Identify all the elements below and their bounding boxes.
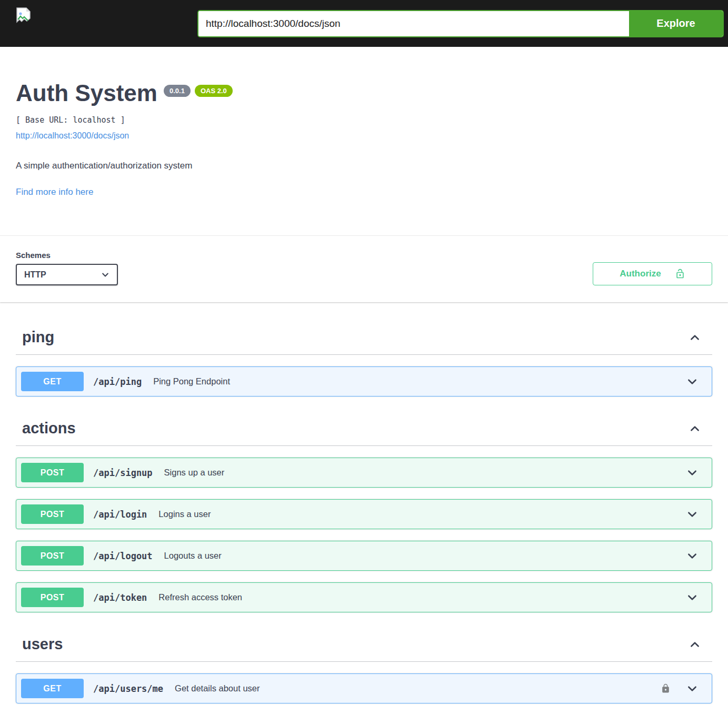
operation-summary: Logins a user — [158, 509, 211, 519]
opblock-api-users-me[interactable]: GET /api/users/me Get details about user — [16, 673, 712, 703]
operation-path: /api/signup — [93, 468, 153, 478]
tag-header-users[interactable]: users — [16, 631, 712, 662]
schemes-label: Schemes — [16, 251, 118, 260]
operations-list: ping GET /api/ping Ping Pong Endpoint ac… — [0, 302, 728, 712]
section-actions: actions POST /api/signup Signs up a user… — [16, 415, 712, 612]
method-badge: POST — [21, 463, 84, 482]
tag-header-ping[interactable]: ping — [16, 324, 712, 355]
authorize-button[interactable]: Authorize — [593, 262, 712, 285]
method-badge: POST — [21, 504, 84, 524]
method-badge: POST — [21, 546, 84, 566]
expand-chevron-down-icon[interactable] — [681, 592, 703, 603]
oas-version-badge: OAS 2.0 — [195, 85, 233, 97]
section-ping: ping GET /api/ping Ping Pong Endpoint — [16, 324, 712, 396]
tag-title: users — [22, 636, 63, 653]
page-title: Auth System 0.0.1 OAS 2.0 — [16, 81, 712, 106]
schemes-block: Schemes HTTP — [16, 251, 118, 285]
opblock-api-ping[interactable]: GET /api/ping Ping Pong Endpoint — [16, 366, 712, 396]
chevron-down-icon — [101, 271, 109, 279]
tag-title: actions — [22, 420, 76, 437]
info-section: Auth System 0.0.1 OAS 2.0 [ Base URL: lo… — [0, 47, 728, 235]
version-badge: 0.0.1 — [164, 85, 191, 97]
expand-chevron-down-icon[interactable] — [681, 683, 703, 695]
opblock-api-logout[interactable]: POST /api/logout Logouts a user — [16, 541, 712, 571]
authorize-label: Authorize — [620, 269, 661, 279]
method-badge: GET — [21, 372, 84, 391]
collapse-chevron-up-icon[interactable] — [684, 332, 706, 343]
title-badges: 0.0.1 OAS 2.0 — [164, 85, 233, 97]
expand-chevron-down-icon[interactable] — [681, 509, 703, 520]
operation-summary: Ping Pong Endpoint — [153, 376, 230, 386]
more-info-link[interactable]: Find more info here — [16, 187, 93, 197]
topbar: Explore — [0, 0, 728, 47]
opblock-api-signup[interactable]: POST /api/signup Signs up a user — [16, 458, 712, 488]
spec-url-input[interactable] — [198, 11, 628, 36]
collapse-chevron-up-icon[interactable] — [684, 423, 706, 434]
operation-path: /api/ping — [93, 376, 142, 387]
spec-json-link[interactable]: http://localhost:3000/docs/json — [16, 131, 129, 141]
operation-summary: Refresh access token — [158, 592, 242, 602]
broken-image-icon — [16, 7, 31, 25]
expand-chevron-down-icon[interactable] — [681, 550, 703, 562]
operation-summary: Logouts a user — [164, 551, 222, 561]
operation-path: /api/logout — [93, 551, 153, 561]
collapse-chevron-up-icon[interactable] — [684, 639, 706, 650]
scheme-container: Schemes HTTP Authorize — [0, 235, 728, 302]
opblock-api-token[interactable]: POST /api/token Refresh access token — [16, 582, 712, 612]
tag-header-actions[interactable]: actions — [16, 415, 712, 446]
operation-path: /api/token — [93, 592, 147, 603]
expand-chevron-down-icon[interactable] — [681, 467, 703, 479]
operation-summary: Get details about user — [175, 683, 260, 693]
method-badge: GET — [21, 679, 84, 698]
opblock-api-login[interactable]: POST /api/login Logins a user — [16, 499, 712, 529]
unlock-icon — [675, 269, 685, 279]
section-users: users GET /api/users/me Get details abou… — [16, 631, 712, 703]
api-title-text: Auth System — [16, 81, 157, 106]
operation-path: /api/users/me — [93, 683, 163, 694]
explore-button[interactable]: Explore — [628, 11, 723, 36]
operation-summary: Signs up a user — [164, 468, 225, 478]
schemes-select[interactable]: HTTP — [16, 264, 118, 285]
lock-icon[interactable] — [661, 683, 671, 693]
api-description: A simple authentication/authorization sy… — [16, 161, 712, 171]
download-url-form: Explore — [197, 10, 724, 37]
method-badge: POST — [21, 588, 84, 607]
operation-path: /api/login — [93, 509, 147, 520]
tag-title: ping — [22, 329, 54, 346]
schemes-selected-value: HTTP — [24, 270, 46, 280]
expand-chevron-down-icon[interactable] — [681, 376, 703, 388]
base-url: [ Base URL: localhost ] — [16, 115, 712, 125]
